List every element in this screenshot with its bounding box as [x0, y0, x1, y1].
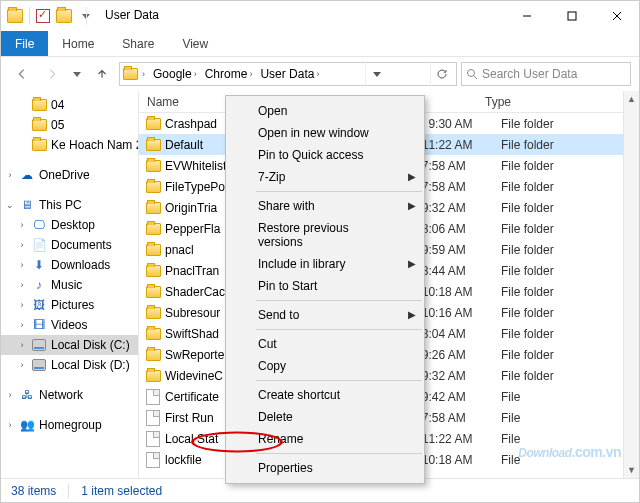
tab-share[interactable]: Share [108, 31, 168, 56]
scrollbar-vertical[interactable]: ▲ ▼ [623, 91, 639, 478]
context-menu-item[interactable]: Copy [226, 355, 424, 377]
close-button[interactable] [594, 1, 639, 31]
onedrive-icon: ☁ [19, 167, 35, 183]
nav-folder-item[interactable]: 04 [1, 95, 138, 115]
tab-file[interactable]: File [1, 31, 48, 56]
context-menu-item[interactable]: Open in new window [226, 122, 424, 144]
folder-icon [146, 307, 161, 319]
context-menu-item[interactable]: Open [226, 100, 424, 122]
svg-point-4 [468, 70, 475, 77]
context-menu-item[interactable]: Pin to Quick access [226, 144, 424, 166]
library-icon: 🖵 [31, 217, 47, 233]
forward-button[interactable] [39, 61, 65, 87]
context-menu: OpenOpen in new windowPin to Quick acces… [225, 95, 425, 484]
tab-home[interactable]: Home [48, 31, 108, 56]
context-menu-item[interactable]: Properties [226, 457, 424, 479]
breadcrumb[interactable]: › Google› Chrome› User Data› [119, 62, 457, 86]
nav-onedrive[interactable]: ›☁OneDrive [1, 165, 138, 185]
submenu-arrow-icon: ▶ [408, 309, 416, 320]
file-icon [146, 431, 160, 447]
library-icon: ⬇ [31, 257, 47, 273]
context-menu-item[interactable]: Restore previous versions [226, 217, 424, 253]
recent-dropdown-icon[interactable] [69, 61, 85, 87]
address-bar-row: › Google› Chrome› User Data› Search User… [1, 57, 639, 91]
network-icon: 🖧 [19, 387, 35, 403]
column-type[interactable]: Type [485, 95, 639, 109]
title-bar: User Data [1, 1, 639, 31]
ribbon-tabs: File Home Share View [1, 31, 639, 57]
context-menu-item[interactable]: Share with▶ [226, 195, 424, 217]
folder-icon [32, 119, 47, 131]
nav-network[interactable]: ›🖧Network [1, 385, 138, 405]
disk-icon [32, 339, 46, 351]
context-menu-separator [256, 300, 422, 301]
nav-thispc-child[interactable]: ›⬇Downloads [1, 255, 138, 275]
nav-thispc-child[interactable]: ›🖼Pictures [1, 295, 138, 315]
new-folder-qat-icon[interactable] [56, 9, 72, 23]
file-icon [146, 389, 160, 405]
context-menu-item[interactable]: Delete [226, 406, 424, 428]
nav-folder-item[interactable]: 05 [1, 115, 138, 135]
context-menu-separator [256, 453, 422, 454]
up-button[interactable] [89, 61, 115, 87]
submenu-arrow-icon: ▶ [408, 171, 416, 182]
svg-line-5 [474, 76, 477, 79]
nav-homegroup[interactable]: ›👥Homegroup [1, 415, 138, 435]
homegroup-icon: 👥 [19, 417, 35, 433]
folder-icon [146, 265, 161, 277]
folder-icon [146, 118, 161, 130]
submenu-arrow-icon: ▶ [408, 200, 416, 211]
nav-thispc-child[interactable]: ›🖵Desktop [1, 215, 138, 235]
minimize-button[interactable] [504, 1, 549, 31]
scroll-down-icon[interactable]: ▼ [624, 462, 639, 478]
folder-icon [146, 202, 161, 214]
status-items: 38 items [11, 484, 56, 498]
disk-icon [32, 359, 46, 371]
status-selected: 1 item selected [81, 484, 162, 498]
folder-icon [146, 328, 161, 340]
nav-thispc-child[interactable]: ›♪Music [1, 275, 138, 295]
app-icon[interactable] [7, 9, 23, 23]
crumb-google[interactable]: Google› [149, 67, 201, 81]
context-menu-item[interactable]: Include in library▶ [226, 253, 424, 275]
crumb-chrome[interactable]: Chrome› [201, 67, 257, 81]
context-menu-item[interactable]: 7-Zip▶ [226, 166, 424, 188]
nav-this-pc[interactable]: ⌄🖥This PC [1, 195, 138, 215]
search-input[interactable]: Search User Data [461, 62, 631, 86]
separator [29, 7, 30, 25]
crumb-userdata[interactable]: User Data› [256, 67, 323, 81]
back-button[interactable] [9, 61, 35, 87]
context-menu-item[interactable]: Pin to Start [226, 275, 424, 297]
window-title: User Data [105, 8, 159, 22]
separator [86, 7, 87, 25]
context-menu-item[interactable]: Cut [226, 333, 424, 355]
folder-icon [146, 139, 161, 151]
context-menu-item[interactable]: Create shortcut [226, 384, 424, 406]
tab-view[interactable]: View [168, 31, 222, 56]
folder-icon [146, 160, 161, 172]
library-icon: ♪ [31, 277, 47, 293]
context-menu-item[interactable]: Send to▶ [226, 304, 424, 326]
nav-thispc-child[interactable]: ›📄Documents [1, 235, 138, 255]
crumb-root-chevron[interactable]: › [138, 69, 149, 79]
context-menu-separator [256, 191, 422, 192]
scroll-up-icon[interactable]: ▲ [624, 91, 639, 107]
nav-thispc-child[interactable]: ›Local Disk (C:) [1, 335, 138, 355]
folder-icon [146, 286, 161, 298]
context-menu-separator [256, 329, 422, 330]
refresh-button[interactable] [430, 62, 454, 86]
folder-icon [32, 139, 47, 151]
nav-folder-item[interactable]: Ke Hoach Nam 2 [1, 135, 138, 155]
separator [68, 484, 69, 498]
folder-icon [146, 244, 161, 256]
context-menu-item[interactable]: Rename [226, 428, 424, 450]
address-dropdown-icon[interactable] [365, 62, 389, 86]
maximize-button[interactable] [549, 1, 594, 31]
properties-qat-icon[interactable] [36, 9, 50, 23]
nav-thispc-child[interactable]: ›Local Disk (D:) [1, 355, 138, 375]
navigation-pane[interactable]: 0405Ke Hoach Nam 2 ›☁OneDrive ⌄🖥This PC … [1, 91, 139, 478]
svg-rect-1 [568, 12, 576, 20]
library-icon: 🖼 [31, 297, 47, 313]
library-icon: 🎞 [31, 317, 47, 333]
nav-thispc-child[interactable]: ›🎞Videos [1, 315, 138, 335]
